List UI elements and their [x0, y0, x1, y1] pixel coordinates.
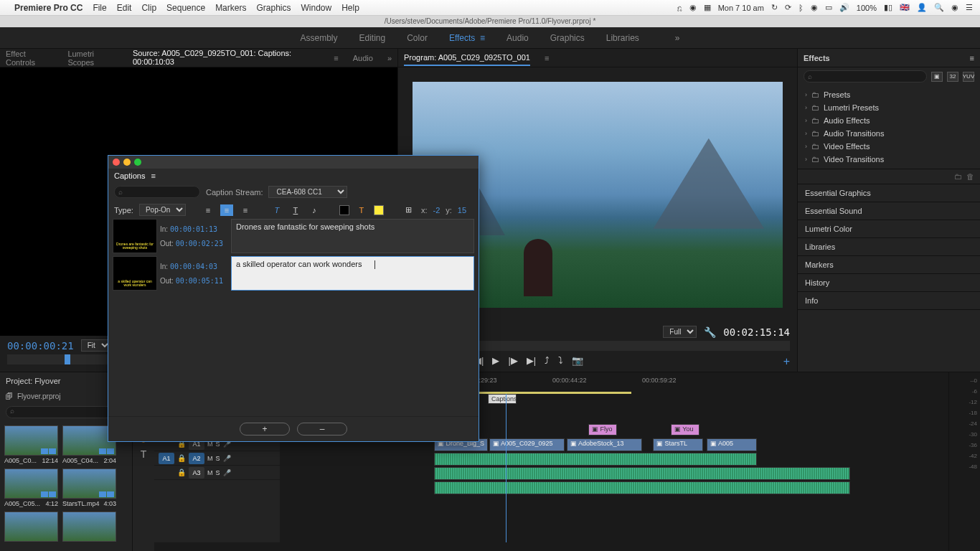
underline-icon[interactable]: T: [289, 204, 302, 216]
caption-in-tc[interactable]: 00:00:01:13: [170, 225, 217, 233]
clip-graphic[interactable]: ▣ Flyo: [588, 424, 617, 435]
align-right-icon[interactable]: ≡: [239, 204, 252, 216]
next-icon[interactable]: ▶|: [527, 355, 536, 368]
clock[interactable]: Mon 7 10 am: [718, 4, 764, 12]
source-playhead[interactable]: [65, 354, 70, 364]
y-value[interactable]: 15: [458, 206, 466, 215]
tree-video-fx[interactable]: ›🗀Video Effects: [798, 140, 980, 153]
tab-lumetri-scopes[interactable]: Lumetri Scopes: [67, 47, 118, 70]
ws-audio[interactable]: Audio: [507, 33, 529, 43]
timeline-playhead[interactable]: [506, 394, 507, 542]
panel-essential-graphics[interactable]: Essential Graphics: [798, 184, 980, 202]
caption-text-field[interactable]: Drones are fantastic for sweeping shots: [231, 219, 474, 253]
menu-help[interactable]: Help: [341, 3, 359, 13]
bin-item[interactable]: [62, 512, 116, 542]
cc-icon[interactable]: ◉: [689, 3, 697, 12]
type-tool-icon[interactable]: T: [141, 448, 147, 460]
bg-color-swatch[interactable]: [339, 205, 349, 215]
clip-audio[interactable]: [434, 453, 757, 466]
ws-effects[interactable]: Effects: [449, 33, 485, 43]
panel-info[interactable]: Info: [798, 292, 980, 310]
tab-program[interactable]: Program: A005_C029_0925TO_001: [404, 50, 530, 66]
clip-graphic[interactable]: ▣ You: [671, 424, 699, 435]
timemachine-icon[interactable]: ↻: [771, 3, 778, 12]
caption-out-tc[interactable]: 00:00:05:11: [176, 277, 223, 285]
lift-icon[interactable]: ⤴: [545, 355, 550, 368]
clip-audio[interactable]: [434, 467, 850, 480]
tree-audio-trans[interactable]: ›🗀Audio Transitions: [798, 127, 980, 140]
panel-lumetri-color[interactable]: Lumetri Color: [798, 220, 980, 238]
caption-row[interactable]: a skilled operator can work wonders In: …: [113, 256, 474, 291]
timeline-scrollbar[interactable]: [154, 542, 948, 551]
caption-text-field[interactable]: a skilled operator can work wonders: [231, 256, 474, 291]
panel-libraries[interactable]: Libraries: [798, 238, 980, 256]
source-timecode[interactable]: 00:00:00:21: [7, 340, 74, 352]
text-color-swatch[interactable]: [374, 205, 384, 215]
clip-audio[interactable]: [434, 481, 850, 494]
tree-video-trans[interactable]: ›🗀Video Transitions: [798, 153, 980, 166]
maximize-icon[interactable]: [134, 159, 141, 166]
panel-menu-icon[interactable]: [151, 171, 155, 180]
ws-overflow-icon[interactable]: »: [675, 33, 680, 43]
preset-badge-1-icon[interactable]: ▣: [931, 72, 943, 82]
calendar-icon[interactable]: ▦: [704, 3, 711, 12]
flag-icon[interactable]: 🇬🇧: [900, 3, 910, 12]
clip-video[interactable]: ▣ StarsTL: [653, 438, 703, 451]
align-left-icon[interactable]: ≡: [202, 204, 215, 216]
new-bin-icon[interactable]: 🗀: [954, 172, 962, 181]
bin-item[interactable]: A005_C05...4:12: [4, 468, 58, 507]
music-icon[interactable]: ♪: [308, 204, 321, 216]
dropbox-icon[interactable]: ⎌: [677, 4, 682, 12]
caption-out-tc[interactable]: 00:00:02:23: [176, 240, 223, 248]
menu-window[interactable]: Window: [301, 3, 332, 13]
tab-effect-controls[interactable]: Effect Controls: [6, 47, 53, 70]
clip-video[interactable]: ▣ AdobeStock_13: [567, 438, 642, 451]
siri-icon[interactable]: ◉: [951, 3, 958, 12]
minimize-icon[interactable]: [123, 159, 131, 166]
menu-graphics[interactable]: Graphics: [256, 3, 291, 13]
clip-video[interactable]: ▣ A005_C029_0925: [489, 438, 565, 451]
overflow-icon[interactable]: »: [387, 54, 392, 62]
mic-icon[interactable]: 🎤: [223, 455, 231, 462]
align-center-icon[interactable]: ≡: [220, 204, 233, 216]
lock-icon[interactable]: 🔒: [177, 454, 186, 462]
battery[interactable]: 100%: [857, 4, 877, 12]
panel-essential-sound[interactable]: Essential Sound: [798, 202, 980, 220]
tab-source[interactable]: Source: A005_C029_0925TO_001: Captions: …: [133, 46, 319, 70]
preset-badge-3-icon[interactable]: YUV: [963, 72, 974, 82]
x-value[interactable]: -2: [433, 206, 440, 215]
clip-caption[interactable]: Captions: [488, 394, 517, 404]
bin-item[interactable]: [4, 512, 58, 542]
tab-audio[interactable]: Audio: [353, 51, 373, 65]
ws-graphics[interactable]: Graphics: [550, 33, 585, 43]
panel-menu-icon[interactable]: [334, 54, 338, 62]
ws-libraries[interactable]: Libraries: [606, 33, 639, 43]
program-zoom-select[interactable]: Full: [663, 326, 697, 338]
effects-search-input[interactable]: [804, 70, 927, 83]
type-select[interactable]: Pop-On: [139, 204, 186, 216]
panel-markers[interactable]: Markers: [798, 256, 980, 274]
track-target-a3[interactable]: A3: [189, 467, 204, 479]
ws-menu-icon[interactable]: [480, 33, 485, 43]
user-icon[interactable]: 👤: [917, 3, 927, 12]
close-icon[interactable]: [113, 159, 120, 166]
preset-badge-2-icon[interactable]: 32: [947, 72, 958, 82]
stream-select[interactable]: CEA-608 CC1: [268, 186, 347, 198]
ws-color[interactable]: Color: [407, 33, 428, 43]
add-button-icon[interactable]: +: [783, 355, 790, 368]
airplay-icon[interactable]: ▭: [825, 3, 832, 12]
panel-history[interactable]: History: [798, 274, 980, 292]
menu-edit[interactable]: Edit: [117, 3, 132, 13]
battery-icon[interactable]: ▮▯: [884, 3, 892, 12]
bin-item[interactable]: StarsTL.mp44:03: [62, 468, 116, 507]
source-zoom-select[interactable]: Fit: [81, 339, 111, 352]
trash-icon[interactable]: 🗑: [966, 172, 974, 181]
extract-icon[interactable]: ⤵: [558, 355, 563, 368]
captions-search-input[interactable]: [114, 186, 200, 198]
lock-icon[interactable]: 🔒: [177, 468, 186, 476]
ws-editing[interactable]: Editing: [359, 33, 386, 43]
tree-lumetri[interactable]: ›🗀Lumetri Presets: [798, 101, 980, 114]
sync-icon[interactable]: ⟳: [785, 3, 791, 12]
position-grid-icon[interactable]: ⊞: [402, 204, 415, 216]
notifications-icon[interactable]: ☰: [966, 3, 973, 12]
